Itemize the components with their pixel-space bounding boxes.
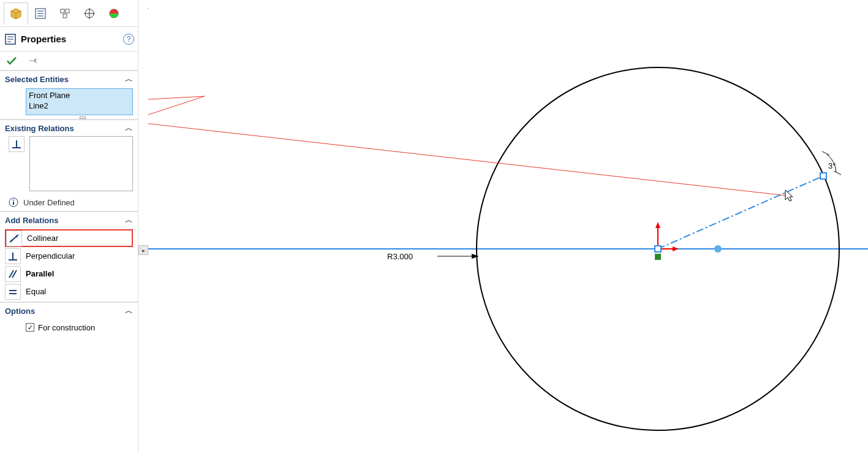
properties-icon bbox=[4, 32, 17, 46]
svg-rect-8 bbox=[61, 9, 64, 13]
section-title: Add Relations bbox=[5, 216, 58, 225]
sketch-point[interactable] bbox=[655, 246, 661, 252]
appearance-icon bbox=[108, 8, 119, 19]
section-title: Selected Entities bbox=[5, 75, 69, 84]
radius-dimension[interactable]: R3.000 bbox=[387, 252, 413, 261]
cube-icon bbox=[10, 7, 22, 20]
svg-line-55 bbox=[834, 171, 841, 175]
svg-line-54 bbox=[822, 151, 829, 155]
parallel-icon bbox=[5, 266, 21, 282]
equal-icon bbox=[5, 284, 21, 300]
for-construction-label: For construction bbox=[38, 323, 95, 332]
chevron-up-icon: ︿ bbox=[125, 305, 133, 316]
tab-feature-manager[interactable] bbox=[4, 2, 28, 25]
panel-action-row bbox=[0, 51, 138, 70]
relation-equal[interactable]: Equal bbox=[5, 283, 133, 300]
panel-title: Properties bbox=[21, 34, 123, 44]
relation-label: Collinear bbox=[27, 234, 58, 243]
svg-rect-9 bbox=[66, 9, 69, 13]
relation-label: Equal bbox=[26, 287, 46, 296]
panel-header: Properties ? bbox=[0, 27, 138, 51]
relation-parallel[interactable]: Parallel bbox=[5, 265, 133, 283]
coincident-relation-icon[interactable] bbox=[655, 254, 661, 260]
relation-perpendicular[interactable]: Perpendicular bbox=[5, 247, 133, 265]
annotation-line bbox=[148, 96, 205, 121]
section-add-relations: Add Relations ︿ CollinearPerpendicularPa… bbox=[0, 211, 138, 302]
section-header[interactable]: Add Relations ︿ bbox=[0, 212, 138, 228]
section-header[interactable]: Existing Relations ︿ bbox=[0, 120, 138, 136]
annotation-line bbox=[148, 121, 791, 196]
perpendicular-icon bbox=[5, 248, 21, 264]
ok-button[interactable] bbox=[6, 56, 17, 65]
config-icon bbox=[59, 8, 70, 19]
section-header[interactable]: Options ︿ bbox=[0, 303, 138, 319]
help-button[interactable]: ? bbox=[123, 34, 134, 45]
list-icon bbox=[35, 8, 46, 19]
sketch-canvas[interactable]: R3.000 3° bbox=[148, 0, 868, 453]
section-title: Options bbox=[5, 306, 35, 316]
section-header[interactable]: Selected Entities ︿ bbox=[0, 71, 138, 87]
section-selected-entities: Selected Entities ︿ Front Plane Line2 bbox=[0, 70, 138, 115]
relation-label: Perpendicular bbox=[26, 251, 75, 261]
section-options: Options ︿ ✓ For construction bbox=[0, 302, 138, 336]
chevron-up-icon: ︿ bbox=[125, 74, 133, 85]
drag-handle[interactable] bbox=[714, 245, 722, 253]
chevron-up-icon: ︿ bbox=[125, 123, 133, 134]
svg-point-28 bbox=[16, 235, 18, 237]
list-item[interactable]: Line2 bbox=[29, 101, 130, 111]
angle-dimension[interactable]: 3° bbox=[828, 161, 836, 170]
pin-button[interactable] bbox=[28, 56, 38, 66]
annotation-line bbox=[148, 96, 205, 101]
resize-handle[interactable] bbox=[80, 116, 86, 119]
perpendicular-icon bbox=[9, 136, 25, 152]
panel-tab-row bbox=[0, 0, 138, 27]
arrowhead-icon bbox=[472, 254, 479, 259]
collinear-icon bbox=[6, 230, 22, 246]
svg-point-27 bbox=[11, 240, 13, 242]
for-construction-checkbox[interactable]: ✓ bbox=[26, 323, 34, 332]
property-panel: Properties ? Selected Entities ︿ Front P… bbox=[0, 0, 138, 453]
selected-entities-list[interactable]: Front Plane Line2 bbox=[26, 88, 133, 115]
tab-configuration-manager[interactable] bbox=[53, 2, 77, 25]
relation-collinear[interactable]: Collinear bbox=[5, 229, 133, 247]
sketch-endpoint[interactable] bbox=[820, 173, 826, 179]
status-text: Under Defined bbox=[23, 198, 75, 207]
triad-y-arrow bbox=[655, 222, 660, 228]
list-item[interactable]: Front Plane bbox=[29, 90, 130, 101]
chevron-up-icon: ︿ bbox=[125, 215, 133, 226]
construction-line[interactable] bbox=[658, 176, 823, 249]
section-existing-relations: Existing Relations ︿ Under Defined bbox=[0, 119, 138, 211]
splitter-handle[interactable]: ▸ bbox=[138, 245, 148, 255]
tab-property-manager[interactable] bbox=[28, 2, 53, 25]
crosshair-icon bbox=[83, 7, 96, 20]
existing-relations-list[interactable] bbox=[29, 136, 133, 191]
triad-x-arrow bbox=[673, 246, 679, 251]
sketch-status: Under Defined bbox=[0, 194, 138, 211]
tab-dimxpert-manager[interactable] bbox=[77, 2, 102, 25]
relation-label: Parallel bbox=[26, 269, 54, 278]
section-title: Existing Relations bbox=[5, 124, 74, 133]
svg-point-24 bbox=[13, 200, 14, 201]
tab-display-manager[interactable] bbox=[102, 2, 126, 25]
svg-rect-10 bbox=[63, 14, 67, 18]
graphics-area[interactable]: R3.000 3° bbox=[148, 0, 868, 453]
info-icon bbox=[9, 197, 18, 207]
